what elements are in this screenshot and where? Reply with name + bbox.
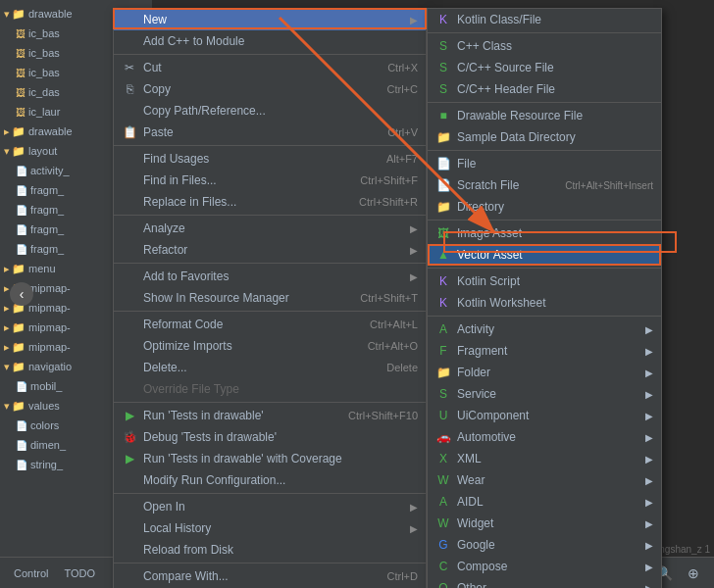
refactor-arrow-icon: ▶ — [410, 245, 418, 256]
automotive-icon: 🚗 — [435, 429, 451, 445]
analyze-icon — [122, 220, 137, 236]
kotlin-script-icon: K — [435, 273, 451, 289]
context-menu-run-coverage[interactable]: ▶ Run 'Tests in drawable' with Coverage — [114, 448, 426, 469]
submenu-fragment[interactable]: F Fragment ▶ — [428, 340, 661, 362]
submenu-cpp-header[interactable]: S C/C++ Header File — [428, 78, 661, 100]
context-menu-reload[interactable]: Reload from Disk — [114, 539, 426, 561]
context-menu-add-cpp[interactable]: Add C++ to Module — [114, 30, 426, 52]
kotlin-icon: K — [435, 12, 451, 27]
folder-icon: 📁 — [435, 365, 451, 380]
override-icon — [122, 381, 137, 397]
xml-arrow-icon: ▶ — [645, 454, 653, 465]
submenu-sample-data[interactable]: 📁 Sample Data Directory — [428, 126, 661, 148]
toolbar-zoom-in-btn[interactable]: ⊕ — [681, 561, 706, 586]
other-icon: O — [435, 580, 451, 588]
separator-6 — [114, 402, 426, 403]
copy-path-icon — [122, 103, 137, 119]
tab-todo[interactable]: TODO — [58, 562, 101, 585]
context-menu-analyze[interactable]: Analyze ▶ — [114, 218, 426, 239]
submenu-activity[interactable]: A Activity ▶ — [428, 318, 661, 340]
submenu-other[interactable]: O Other ▶ — [428, 577, 661, 588]
context-menu-optimize[interactable]: Optimize Imports Ctrl+Alt+O — [114, 335, 426, 357]
context-menu-run-tests[interactable]: ▶ Run 'Tests in drawable' Ctrl+Shift+F10 — [114, 405, 426, 426]
submenu-sep-3 — [428, 150, 661, 151]
submenu-google[interactable]: G Google ▶ — [428, 534, 661, 556]
submenu-xml[interactable]: X XML ▶ — [428, 448, 661, 469]
activity-icon: A — [435, 321, 451, 337]
image-asset-icon: 🖼 — [435, 225, 451, 241]
directory-icon: 📁 — [435, 199, 451, 215]
submenu-folder[interactable]: 📁 Folder ▶ — [428, 362, 661, 383]
context-menu-copy-path[interactable]: Copy Path/Reference... — [114, 100, 426, 122]
compose-arrow-icon: ▶ — [645, 562, 653, 572]
delete-icon — [122, 360, 137, 375]
context-menu-paste[interactable]: 📋 Paste Ctrl+V — [114, 122, 426, 143]
show-resource-icon — [122, 290, 137, 306]
vector-asset-icon: ▲ — [435, 247, 451, 263]
history-arrow-icon: ▶ — [410, 523, 418, 534]
context-menu-refactor[interactable]: Refactor ▶ — [114, 239, 426, 261]
submenu-drawable-res[interactable]: ■ Drawable Resource File — [428, 105, 661, 126]
submenu-compose[interactable]: C Compose ▶ — [428, 556, 661, 577]
submenu-ui-component[interactable]: U UiComponent ▶ — [428, 405, 661, 426]
submenu-kotlin-script[interactable]: K Kotlin Script — [428, 270, 661, 292]
debug-icon: 🐞 — [122, 429, 137, 445]
submenu-wear[interactable]: W Wear ▶ — [428, 469, 661, 491]
reformat-icon — [122, 317, 137, 332]
context-menu-find-files[interactable]: Find in Files... Ctrl+Shift+F — [114, 170, 426, 191]
context-menu-reformat[interactable]: Reformat Code Ctrl+Alt+L — [114, 314, 426, 335]
other-arrow-icon: ▶ — [645, 583, 653, 589]
submenu-sep-5 — [428, 268, 661, 269]
submenu-kotlin-worksheet[interactable]: K Kotlin Worksheet — [428, 292, 661, 314]
tab-control[interactable]: Control — [8, 562, 54, 585]
wear-arrow-icon: ▶ — [645, 475, 653, 486]
context-menu-copy[interactable]: ⎘ Copy Ctrl+C — [114, 78, 426, 100]
submenu-sep-1 — [428, 32, 661, 33]
history-icon — [122, 520, 137, 536]
context-menu-cut[interactable]: ✂ Cut Ctrl+X — [114, 57, 426, 78]
submenu-aidl[interactable]: A AIDL ▶ — [428, 491, 661, 513]
separator-3 — [114, 215, 426, 216]
separator-8 — [114, 563, 426, 564]
separator-1 — [114, 54, 426, 55]
cut-icon: ✂ — [122, 60, 137, 75]
favorites-arrow-icon: ▶ — [410, 271, 418, 282]
add-cpp-icon — [122, 33, 137, 49]
context-menu-compare[interactable]: Compare With... Ctrl+D — [114, 565, 426, 587]
submenu-cpp-class[interactable]: S C++ Class — [428, 35, 661, 57]
context-menu-open-in[interactable]: Open In ▶ — [114, 496, 426, 517]
context-menu-local-history[interactable]: Local History ▶ — [114, 517, 426, 539]
new-arrow-icon: ▶ — [410, 15, 418, 25]
submenu-image-asset[interactable]: 🖼 Image Asset — [428, 222, 661, 244]
file-icon: 📄 — [435, 156, 451, 172]
scratch-icon: 📄 — [435, 177, 451, 193]
context-menu: New ▶ Add C++ to Module ✂ Cut Ctrl+X ⎘ C… — [113, 8, 427, 588]
context-menu-replace-files[interactable]: Replace in Files... Ctrl+Shift+R — [114, 191, 426, 213]
scroll-left-button[interactable]: ‹ — [10, 282, 33, 306]
separator-7 — [114, 493, 426, 494]
submenu-vector-asset[interactable]: ▲ Vector Asset — [428, 244, 661, 266]
config-icon — [122, 472, 137, 488]
submenu-scratch[interactable]: 📄 Scratch File Ctrl+Alt+Shift+Insert — [428, 174, 661, 196]
automotive-arrow-icon: ▶ — [645, 432, 653, 443]
submenu-kotlin-class[interactable]: K Kotlin Class/File — [428, 9, 661, 30]
context-menu-show-resource[interactable]: Show In Resource Manager Ctrl+Shift+T — [114, 287, 426, 309]
submenu-directory[interactable]: 📁 Directory — [428, 196, 661, 218]
submenu-automotive[interactable]: 🚗 Automotive ▶ — [428, 426, 661, 448]
submenu-cpp-source[interactable]: S C/C++ Source File — [428, 57, 661, 78]
new-submenu: K Kotlin Class/File S C++ Class S C/C++ … — [427, 8, 662, 588]
context-menu-find-usages[interactable]: Find Usages Alt+F7 — [114, 148, 426, 170]
context-menu-favorites[interactable]: Add to Favorites ▶ — [114, 266, 426, 287]
context-menu-delete[interactable]: Delete... Delete — [114, 357, 426, 378]
submenu-file[interactable]: 📄 File — [428, 153, 661, 174]
fragment-icon: F — [435, 343, 451, 359]
context-menu-modify-config[interactable]: Modify Run Configuration... — [114, 469, 426, 491]
separator-4 — [114, 263, 426, 264]
context-menu-debug-tests[interactable]: 🐞 Debug 'Tests in drawable' — [114, 426, 426, 448]
context-menu-new[interactable]: New ▶ — [114, 9, 426, 30]
wear-icon: W — [435, 472, 451, 488]
compare-icon — [122, 568, 137, 584]
aidl-arrow-icon: ▶ — [645, 497, 653, 508]
submenu-service[interactable]: S Service ▶ — [428, 383, 661, 405]
submenu-widget[interactable]: W Widget ▶ — [428, 513, 661, 534]
